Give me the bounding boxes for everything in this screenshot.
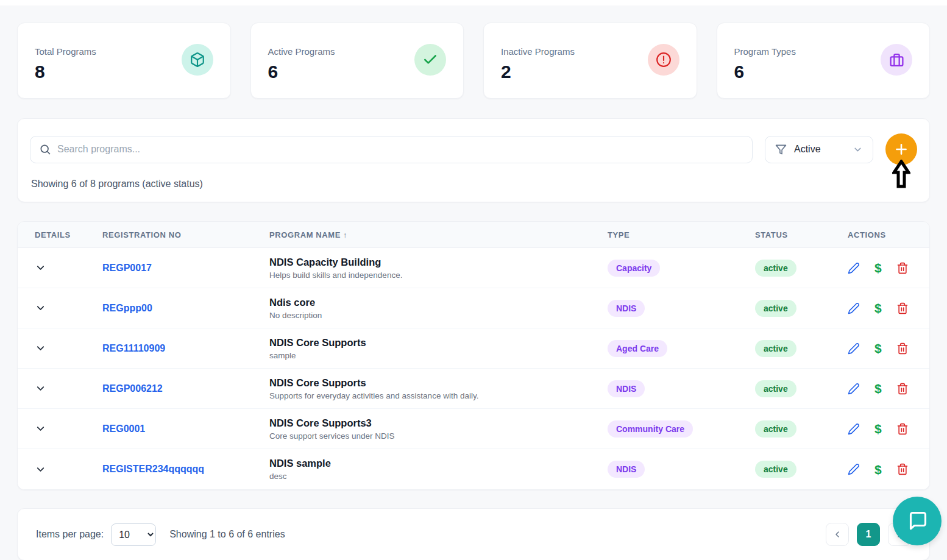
entries-summary: Showing 1 to 6 of 6 entries xyxy=(169,529,285,540)
trash-icon xyxy=(896,463,909,475)
stat-label: Active Programs xyxy=(268,46,335,57)
status-badge: active xyxy=(755,420,796,438)
expand-row-button[interactable] xyxy=(35,383,46,394)
edit-button[interactable] xyxy=(848,463,860,475)
items-per-page-select[interactable]: 10 xyxy=(111,523,156,546)
status-filter-dropdown[interactable]: Active xyxy=(765,136,873,163)
type-cell: Community Care xyxy=(608,420,755,438)
program-name: NDIS Core Supports xyxy=(269,377,608,389)
items-per-page-label: Items per page: xyxy=(36,529,104,540)
delete-button[interactable] xyxy=(896,342,909,355)
stat-text: Total Programs 8 xyxy=(35,39,96,82)
registration-no-link[interactable]: REG0001 xyxy=(102,424,145,434)
alert-circle-icon xyxy=(648,44,679,76)
details-cell xyxy=(26,464,102,475)
edit-button[interactable] xyxy=(848,342,860,355)
search-box[interactable] xyxy=(30,136,753,163)
actions-cell: $ xyxy=(848,302,921,314)
expand-row-button[interactable] xyxy=(35,464,46,475)
delete-button[interactable] xyxy=(896,262,909,274)
add-program-button[interactable] xyxy=(885,133,917,165)
page-1-button[interactable]: 1 xyxy=(857,523,880,546)
chat-widget-button[interactable] xyxy=(893,497,942,545)
program-name-cell: NDIS sample desc xyxy=(269,458,608,481)
programs-dashboard-page: Total Programs 8 Active Programs 6 xyxy=(0,0,947,560)
filter-selected-value: Active xyxy=(794,144,845,155)
header-registration-no: REGISTRATION NO xyxy=(102,230,269,239)
edit-button[interactable] xyxy=(848,423,860,435)
stat-label: Total Programs xyxy=(35,46,96,57)
type-cell: Aged Care xyxy=(608,340,755,357)
header-actions: ACTIONS xyxy=(848,230,921,239)
registration-no-cell: REGP006212 xyxy=(102,383,269,394)
pencil-icon xyxy=(848,423,860,435)
type-cell: NDIS xyxy=(608,300,755,317)
registration-no-cell: REGISTER234qqqqqq xyxy=(102,464,269,475)
search-input[interactable] xyxy=(57,144,743,155)
program-name: NDIS Core Supports xyxy=(269,337,608,349)
chat-bubble-icon xyxy=(906,510,928,532)
program-name-cell: NDIS Core Supports3 Core support service… xyxy=(269,417,608,441)
program-description: desc xyxy=(269,472,608,481)
trash-icon xyxy=(896,423,909,435)
pricing-button[interactable]: $ xyxy=(874,422,882,435)
table-row: REGP006212 NDIS Core Supports Supports f… xyxy=(18,369,929,409)
stat-text: Inactive Programs 2 xyxy=(501,39,575,82)
expand-row-button[interactable] xyxy=(35,302,46,314)
header-program-name[interactable]: PROGRAM NAME ↑ xyxy=(269,230,608,239)
program-description: Core support services under NDIS xyxy=(269,431,608,441)
type-badge: Capacity xyxy=(608,260,660,277)
registration-no-link[interactable]: REG11110909 xyxy=(102,343,165,353)
registration-no-link[interactable]: REGP0017 xyxy=(102,263,152,273)
pricing-button[interactable]: $ xyxy=(874,302,882,314)
program-name: NDIS Core Supports3 xyxy=(269,417,608,429)
type-badge: NDIS xyxy=(608,461,645,478)
pencil-icon xyxy=(848,342,860,355)
stat-card-active-programs: Active Programs 6 xyxy=(250,23,464,99)
pricing-button[interactable]: $ xyxy=(874,342,882,355)
edit-button[interactable] xyxy=(848,383,860,395)
edit-button[interactable] xyxy=(848,262,860,274)
expand-row-button[interactable] xyxy=(35,262,46,274)
expand-row-button[interactable] xyxy=(35,423,46,434)
table-header-row: DETAILS REGISTRATION NO PROGRAM NAME ↑ T… xyxy=(18,222,929,248)
program-name-cell: NDIS Capacity Building Helps build skill… xyxy=(269,257,608,280)
registration-no-link[interactable]: REGP006212 xyxy=(102,383,163,394)
program-name-cell: NDIS Core Supports sample xyxy=(269,337,608,360)
status-badge: active xyxy=(755,300,796,317)
actions-cell: $ xyxy=(848,261,921,274)
type-badge: Aged Care xyxy=(608,340,667,357)
pricing-button[interactable]: $ xyxy=(874,261,882,274)
results-summary: Showing 6 of 8 programs (active status) xyxy=(30,179,917,190)
registration-no-link[interactable]: REGppp00 xyxy=(102,303,152,313)
toolbar-row: Active xyxy=(30,133,917,165)
stat-text: Active Programs 6 xyxy=(268,39,335,82)
delete-button[interactable] xyxy=(896,463,909,475)
registration-no-link[interactable]: REGISTER234qqqqqq xyxy=(102,464,204,474)
status-badge: active xyxy=(755,340,796,357)
edit-button[interactable] xyxy=(848,302,860,314)
dollar-icon: $ xyxy=(874,382,882,395)
registration-no-cell: REGppp00 xyxy=(102,303,269,314)
dollar-icon: $ xyxy=(874,422,882,435)
table-row: REG11110909 NDIS Core Supports sample Ag… xyxy=(18,328,929,369)
pricing-button[interactable]: $ xyxy=(874,463,882,476)
status-cell: active xyxy=(755,461,848,478)
program-name: NDIS Capacity Building xyxy=(269,257,608,268)
registration-no-cell: REG11110909 xyxy=(102,343,269,354)
delete-button[interactable] xyxy=(896,302,909,314)
table-body: REGP0017 NDIS Capacity Building Helps bu… xyxy=(18,248,929,489)
delete-button[interactable] xyxy=(896,423,909,435)
header-status: STATUS xyxy=(755,230,848,239)
actions-cell: $ xyxy=(848,342,921,355)
dollar-icon: $ xyxy=(874,463,882,476)
chevron-down-icon xyxy=(853,144,863,155)
delete-button[interactable] xyxy=(896,383,909,395)
program-name: Ndis core xyxy=(269,297,608,308)
expand-row-button[interactable] xyxy=(35,342,46,354)
previous-page-button[interactable] xyxy=(826,523,849,546)
pricing-button[interactable]: $ xyxy=(874,382,882,395)
program-name-cell: Ndis core No description xyxy=(269,297,608,320)
trash-icon xyxy=(896,262,909,274)
details-cell xyxy=(26,342,102,354)
